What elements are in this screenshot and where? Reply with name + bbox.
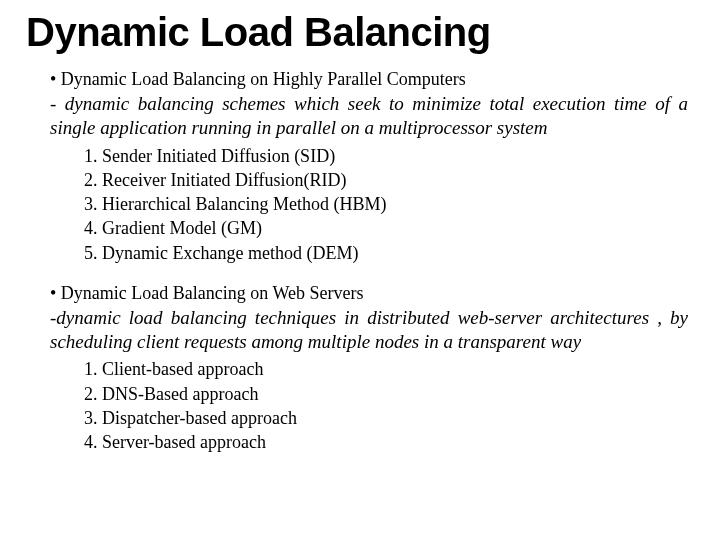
bullet-highly-parallel: • Dynamic Load Balancing on Highly Paral…: [50, 69, 688, 90]
bullet-web-servers: • Dynamic Load Balancing on Web Servers: [50, 283, 688, 304]
desc-highly-parallel: - dynamic balancing schemes which seek t…: [50, 92, 688, 140]
list-item: 5. Dynamic Exchange method (DEM): [84, 241, 688, 265]
list-item: 4. Gradient Model (GM): [84, 216, 688, 240]
section-web-servers: • Dynamic Load Balancing on Web Servers …: [50, 283, 688, 455]
list-item: 1. Sender Initiated Diffusion (SID): [84, 144, 688, 168]
slide-title: Dynamic Load Balancing: [26, 10, 688, 55]
list-highly-parallel: 1. Sender Initiated Diffusion (SID) 2. R…: [84, 144, 688, 265]
list-item: 1. Client-based approach: [84, 357, 688, 381]
section-highly-parallel: • Dynamic Load Balancing on Highly Paral…: [50, 69, 688, 265]
list-item: 4. Server-based approach: [84, 430, 688, 454]
list-item: 3. Dispatcher-based approach: [84, 406, 688, 430]
desc-web-servers: -dynamic load balancing techniques in di…: [50, 306, 688, 354]
list-web-servers: 1. Client-based approach 2. DNS-Based ap…: [84, 357, 688, 454]
list-item: 2. DNS-Based approach: [84, 382, 688, 406]
list-item: 2. Receiver Initiated Diffusion(RID): [84, 168, 688, 192]
list-item: 3. Hierarchical Balancing Method (HBM): [84, 192, 688, 216]
